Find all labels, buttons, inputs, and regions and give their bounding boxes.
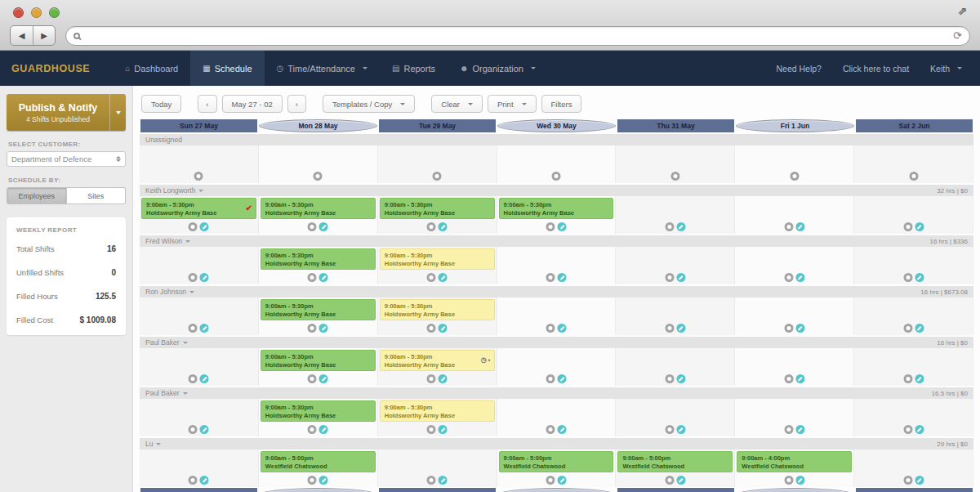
repeat-shift-icon[interactable]	[319, 476, 328, 485]
repeat-shift-icon[interactable]	[200, 273, 209, 282]
repeat-shift-icon[interactable]	[200, 476, 209, 485]
customer-select[interactable]: Department of Defence	[7, 151, 126, 167]
add-shift-icon[interactable]	[546, 374, 555, 383]
forward-button[interactable]: ▶	[33, 26, 55, 45]
schedule-cell[interactable]	[616, 348, 735, 386]
shift-card[interactable]: 9:00am - 5:30pmHoldsworthy Army Base	[261, 248, 376, 270]
shift-card[interactable]: 9:00am - 5:30pmHoldsworthy Army Base	[261, 299, 376, 320]
shift-card[interactable]: 9:00am - 5:00pmWestfield Chatswood	[261, 451, 376, 472]
add-shift-icon[interactable]	[308, 222, 317, 231]
add-shift-icon[interactable]	[546, 324, 555, 333]
schedule-cell[interactable]: 9:00am - 5:30pmHoldsworthy Army Base	[259, 247, 378, 284]
schedule-cell[interactable]	[259, 145, 378, 183]
add-shift-icon[interactable]	[546, 476, 555, 485]
add-shift-icon[interactable]	[784, 222, 793, 231]
date-range-button[interactable]: May 27 - 02	[222, 95, 283, 113]
repeat-shift-icon[interactable]	[915, 425, 924, 434]
schedule-cell[interactable]	[497, 145, 617, 183]
add-shift-icon[interactable]	[903, 425, 912, 434]
employee-name[interactable]: Ron Johnson	[145, 288, 194, 296]
schedule-cell[interactable]: 9:00am - 5:00pmWestfield Chatswood	[259, 450, 378, 487]
clear-button[interactable]: Clear	[431, 95, 483, 113]
schedule-cell[interactable]	[616, 399, 735, 436]
add-shift-icon[interactable]	[427, 324, 436, 333]
schedule-cell[interactable]	[140, 145, 259, 183]
back-button[interactable]: ◀	[11, 26, 33, 45]
add-shift-icon[interactable]	[308, 324, 317, 333]
add-shift-icon[interactable]	[189, 324, 198, 333]
need-help-link[interactable]: Need Help?	[776, 64, 821, 74]
add-shift-icon[interactable]	[189, 425, 198, 434]
repeat-shift-icon[interactable]	[319, 222, 328, 231]
add-shift-icon[interactable]	[665, 273, 674, 282]
add-shift-icon[interactable]	[909, 172, 918, 181]
publish-notify-button[interactable]: Publish & Notify 4 Shifts Unpublished	[7, 94, 126, 131]
add-shift-icon[interactable]	[665, 476, 674, 485]
add-shift-icon[interactable]	[903, 476, 912, 485]
add-shift-icon[interactable]	[308, 374, 317, 383]
repeat-shift-icon[interactable]	[676, 425, 685, 434]
add-shift-icon[interactable]	[903, 273, 912, 282]
nav-item-organization[interactable]: ☻ Organization	[448, 51, 548, 86]
nav-item-time-attendance[interactable]: ◷ Time/Attendance	[265, 51, 380, 86]
schedule-cell[interactable]: 9:00am - 4:00pmWestfield Chatswood	[735, 450, 854, 487]
add-shift-icon[interactable]	[189, 273, 198, 282]
add-shift-icon[interactable]	[433, 172, 442, 181]
repeat-shift-icon[interactable]	[200, 324, 209, 333]
repeat-shift-icon[interactable]	[676, 324, 685, 333]
day-header[interactable]: Tue 29 May	[379, 119, 496, 132]
schedule-cell[interactable]	[735, 399, 854, 436]
repeat-shift-icon[interactable]	[439, 476, 448, 485]
schedule-cell[interactable]: 9:00am - 5:30pmHoldsworthy Army Base✔	[140, 196, 259, 234]
repeat-shift-icon[interactable]	[439, 324, 448, 333]
brand-logo[interactable]: GUARDHOUSE	[0, 51, 113, 86]
repeat-shift-icon[interactable]	[319, 374, 328, 383]
day-header[interactable]: Sat 2 Jun	[856, 119, 973, 132]
repeat-shift-icon[interactable]	[319, 273, 328, 282]
schedule-cell[interactable]	[854, 145, 973, 183]
add-shift-icon[interactable]	[784, 476, 793, 485]
repeat-shift-icon[interactable]	[795, 425, 804, 434]
repeat-shift-icon[interactable]	[915, 476, 924, 485]
reload-icon[interactable]: ⟳	[953, 29, 962, 42]
employee-name[interactable]: Lu	[145, 440, 161, 448]
add-shift-icon[interactable]	[189, 374, 198, 383]
shift-card[interactable]: 9:00am - 5:30pmHoldsworthy Army Base✔	[141, 198, 256, 219]
add-shift-icon[interactable]	[665, 222, 674, 231]
employee-name[interactable]: Paul Baker	[145, 389, 188, 397]
shift-card[interactable]: 9:00am - 5:30pmHoldsworthy Army Base	[380, 400, 495, 422]
add-shift-icon[interactable]	[552, 172, 561, 181]
schedule-cell[interactable]: 9:00am - 5:30pmHoldsworthy Army Base	[378, 297, 497, 335]
repeat-shift-icon[interactable]	[915, 324, 924, 333]
add-shift-icon[interactable]	[308, 476, 317, 485]
schedule-cell[interactable]: 9:00am - 5:30pmHoldsworthy Army Base◷▪	[378, 348, 497, 386]
add-shift-icon[interactable]	[903, 374, 912, 383]
add-shift-icon[interactable]	[427, 222, 436, 231]
day-header[interactable]: Wed 30 May	[497, 119, 616, 132]
shift-card[interactable]: 9:00am - 5:30pmHoldsworthy Army Base	[499, 198, 614, 219]
nav-item-schedule[interactable]: ▦ Schedule	[190, 51, 264, 86]
prev-week-button[interactable]: ‹	[198, 95, 216, 113]
repeat-shift-icon[interactable]	[200, 425, 209, 434]
filters-button[interactable]: Filters	[541, 95, 582, 113]
today-button[interactable]: Today	[141, 95, 181, 113]
schedule-cell[interactable]	[854, 450, 973, 487]
schedule-cell[interactable]	[497, 348, 617, 386]
repeat-shift-icon[interactable]	[558, 324, 567, 333]
schedule-cell[interactable]	[140, 247, 259, 284]
add-shift-icon[interactable]	[784, 374, 793, 383]
add-shift-icon[interactable]	[308, 273, 317, 282]
add-shift-icon[interactable]	[903, 324, 912, 333]
add-shift-icon[interactable]	[308, 425, 317, 434]
repeat-shift-icon[interactable]	[676, 273, 685, 282]
shift-card[interactable]: 9:00am - 4:00pmWestfield Chatswood	[737, 451, 852, 472]
add-shift-icon[interactable]	[546, 425, 555, 434]
repeat-shift-icon[interactable]	[439, 374, 448, 383]
schedule-cell[interactable]: 9:00am - 5:30pmHoldsworthy Army Base	[259, 297, 378, 335]
repeat-shift-icon[interactable]	[795, 324, 804, 333]
repeat-shift-icon[interactable]	[200, 222, 209, 231]
shift-card[interactable]: 9:00am - 5:30pmHoldsworthy Army Base	[261, 198, 376, 219]
add-shift-icon[interactable]	[314, 172, 323, 181]
toggle-sites-button[interactable]: Sites	[67, 187, 127, 204]
repeat-shift-icon[interactable]	[439, 222, 448, 231]
